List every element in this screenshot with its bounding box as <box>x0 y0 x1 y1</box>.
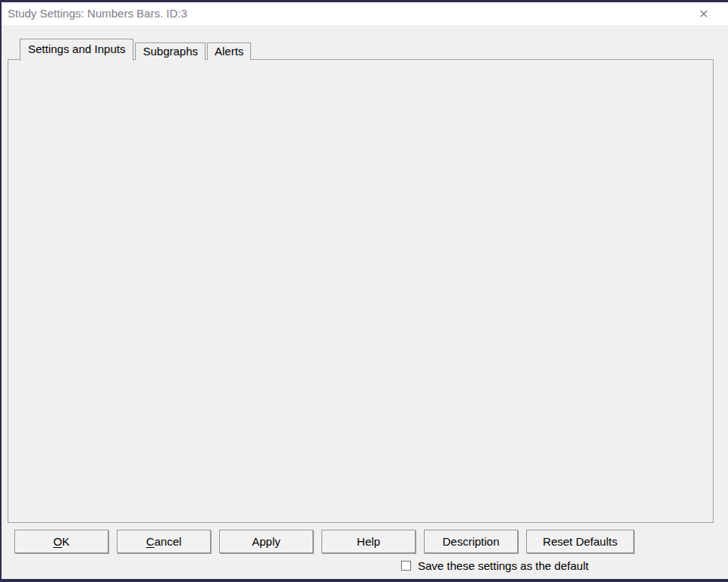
window-border-left <box>0 0 2 582</box>
tab-strip: Settings and Inputs Subgraphs Alerts <box>20 39 253 60</box>
help-button[interactable]: Help <box>322 530 416 553</box>
description-button[interactable]: Description <box>424 530 518 553</box>
window-border-bottom <box>0 579 728 582</box>
window-title: Study Settings: Numbers Bars. ID:3 <box>8 7 187 20</box>
reset-defaults-button[interactable]: Reset Defaults <box>526 530 634 553</box>
tab-alerts[interactable]: Alerts <box>207 42 251 60</box>
tab-subgraphs[interactable]: Subgraphs <box>135 42 206 60</box>
title-bar: Study Settings: Numbers Bars. ID:3 ✕ <box>2 2 728 25</box>
tab-settings-and-inputs[interactable]: Settings and Inputs <box>20 39 133 61</box>
close-icon[interactable]: ✕ <box>695 5 713 23</box>
apply-button[interactable]: Apply <box>219 530 313 553</box>
tab-label: Subgraphs <box>143 45 198 58</box>
tab-label: Alerts <box>215 45 243 58</box>
settings-tab-page <box>8 59 714 523</box>
study-settings-dialog: Study Settings: Numbers Bars. ID:3 ✕ Set… <box>0 0 728 582</box>
tab-label: Settings and Inputs <box>28 42 125 55</box>
cancel-button[interactable]: Cancel <box>117 530 211 553</box>
save-settings-default-label: Save these settings as the default <box>418 559 588 572</box>
ok-button[interactable]: OK <box>14 530 108 553</box>
save-settings-default-checkbox[interactable] <box>401 561 411 571</box>
